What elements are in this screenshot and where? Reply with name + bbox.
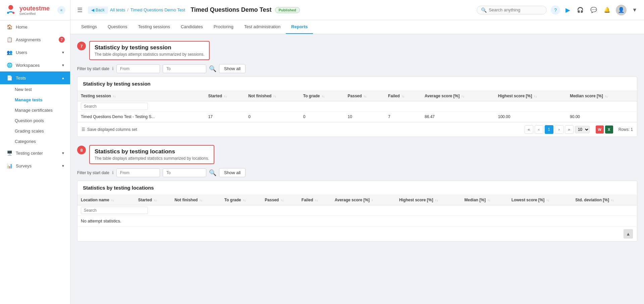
- col-lowest-score2[interactable]: Lowest score [%] ↑↓: [508, 195, 572, 205]
- rows-per-page-select[interactable]: 10 25 50: [575, 126, 590, 133]
- section2-info-icon[interactable]: ℹ: [112, 170, 114, 175]
- export-excel-button[interactable]: X: [605, 125, 613, 134]
- breadcrumb-current[interactable]: Timed Questions Demo Test: [130, 7, 185, 12]
- sidebar-item-label: Assignments: [16, 37, 59, 42]
- col-not-finished[interactable]: Not finished ↑↓: [245, 91, 300, 101]
- sidebar-item-label: Surveys: [16, 163, 61, 168]
- sidebar-subitem-grading-scales[interactable]: Grading scales: [0, 126, 70, 136]
- col-average-score2[interactable]: Average score [%] ↑: [331, 195, 396, 205]
- col-average-score[interactable]: Average score [%] ↑↓: [421, 91, 495, 101]
- search-box[interactable]: 🔍: [477, 6, 547, 14]
- col-failed[interactable]: Failed ↑↓: [385, 91, 421, 101]
- tab-questions[interactable]: Questions: [102, 20, 133, 34]
- col-failed2[interactable]: Failed ↑↓: [298, 195, 331, 205]
- page-last-button[interactable]: »: [565, 125, 574, 134]
- sidebar-item-label: Tests: [16, 75, 61, 81]
- svg-point-1: [7, 12, 9, 14]
- page-current-button[interactable]: 1: [545, 125, 553, 134]
- col-testing-session[interactable]: Testing session ↑↓: [77, 91, 205, 101]
- section1-to-input[interactable]: [163, 64, 206, 73]
- surveys-icon: 📊: [6, 163, 12, 169]
- cell-median-score: 90.00: [567, 112, 637, 122]
- user-avatar[interactable]: 👤: [616, 5, 627, 15]
- tab-test-administration[interactable]: Test administration: [239, 20, 286, 34]
- sidebar-subitem-manage-tests[interactable]: Manage tests: [0, 95, 70, 105]
- export-word-button[interactable]: W: [596, 125, 604, 134]
- col-highest-score2[interactable]: Highest score [%] ↑↓: [396, 195, 461, 205]
- headphone-button[interactable]: 🎧: [576, 5, 585, 14]
- sidebar-subitem-new-test[interactable]: New test: [0, 84, 70, 95]
- cell-testing-session: Timed Questions Demo Test - Testing S...: [77, 112, 205, 122]
- save-columns-button[interactable]: ☰ Save displayed columns set: [82, 127, 137, 132]
- col-to-grade2[interactable]: To grade ↑↓: [221, 195, 262, 205]
- manage-certs-label: Manage certificates: [15, 108, 53, 113]
- table-search-input[interactable]: [81, 103, 148, 110]
- col-not-finished2[interactable]: Not finished ↑↓: [171, 195, 221, 205]
- section1-badge: 7: [77, 42, 86, 50]
- back-label: Back: [96, 8, 105, 12]
- tab-testing-sessions[interactable]: Testing sessions: [133, 20, 175, 34]
- page-prev-button[interactable]: ‹: [535, 125, 543, 134]
- table-search-input2[interactable]: [81, 207, 148, 214]
- back-button[interactable]: ◀ Back: [88, 6, 108, 14]
- col-started[interactable]: Started ↑↓: [205, 91, 245, 101]
- app-logo-icon: [5, 4, 17, 16]
- section1-show-all-button[interactable]: Show all: [219, 64, 246, 73]
- sidebar-subitem-question-pools[interactable]: Question pools: [0, 115, 70, 126]
- section1-search-button[interactable]: 🔍: [209, 65, 216, 72]
- users-icon: 👥: [6, 49, 12, 55]
- notification-button[interactable]: 🔔: [602, 5, 612, 14]
- sort-icon: ↑↓: [281, 199, 284, 202]
- scroll-top-button[interactable]: ▲: [624, 229, 633, 239]
- col-median2[interactable]: Median [%] ↑↓: [461, 195, 508, 205]
- sidebar-subitem-categories[interactable]: Categories: [0, 136, 70, 147]
- section1-description: The table displays attempt statistics su…: [95, 52, 204, 57]
- page-content: 7 Statisticy by testing session The tabl…: [70, 34, 644, 304]
- sort-icon: ↑↓: [315, 199, 318, 202]
- section2-search-button[interactable]: 🔍: [209, 169, 216, 176]
- sidebar-item-testing-center[interactable]: 🖥️ Testing center ▼: [0, 147, 70, 159]
- page-first-button[interactable]: «: [525, 125, 533, 134]
- col-passed[interactable]: Passed ↑↓: [344, 91, 385, 101]
- section2-from-input[interactable]: [116, 168, 160, 177]
- sidebar-item-surveys[interactable]: 📊 Surveys ▼: [0, 159, 70, 172]
- section1-from-input[interactable]: [116, 64, 160, 73]
- sidebar-item-tests[interactable]: 📄 Tests ▲: [0, 71, 70, 84]
- pagination: « ‹ 1 › » 10 25 50: [525, 125, 590, 134]
- section2-show-all-button[interactable]: Show all: [219, 168, 246, 177]
- user-dropdown-button[interactable]: ▼: [631, 6, 639, 14]
- sort-icon: ↑↓: [224, 95, 227, 98]
- sort-icon: ↑↓: [322, 95, 325, 98]
- col-to-grade[interactable]: To grade ↑↓: [300, 91, 344, 101]
- tab-settings[interactable]: Settings: [76, 20, 102, 34]
- sidebar-subitem-manage-certificates[interactable]: Manage certificates: [0, 105, 70, 115]
- sidebar-item-users[interactable]: 👥 Users ▼: [0, 46, 70, 59]
- sidebar-collapse-button[interactable]: «: [57, 6, 65, 14]
- page-next-button[interactable]: ›: [555, 125, 564, 134]
- rows-info: Rows: 1: [619, 127, 633, 132]
- col-median-score[interactable]: Median score [%] ↑↓: [567, 91, 637, 101]
- section1-info-icon[interactable]: ℹ: [112, 66, 114, 71]
- col-std-deviation2[interactable]: Std. deviation [%] ↑↓: [572, 195, 637, 205]
- section1-title: Statisticy by testing session: [95, 44, 204, 51]
- search-input[interactable]: [489, 7, 542, 12]
- menu-button[interactable]: ☰: [76, 5, 84, 15]
- tab-candidates[interactable]: Candidates: [175, 20, 208, 34]
- tab-reports[interactable]: Reports: [286, 20, 313, 34]
- assignments-badge: 7: [59, 37, 65, 43]
- col-highest-score[interactable]: Highest score [%] ↑↓: [495, 91, 567, 101]
- sidebar-item-home[interactable]: 🏠 Home: [0, 20, 70, 33]
- no-data-message: No attempt statistics.: [77, 216, 637, 226]
- col-started2[interactable]: Started ↑↓: [135, 195, 171, 205]
- sort-icon: ↑↓: [487, 199, 490, 202]
- sidebar-item-workspaces[interactable]: 🌐 Workspaces ▼: [0, 59, 70, 71]
- chat-button[interactable]: 💬: [589, 5, 598, 14]
- sidebar-item-assignments[interactable]: 📋 Assignments 7: [0, 33, 70, 46]
- section2-to-input[interactable]: [163, 168, 206, 177]
- col-passed2[interactable]: Passed ↑↓: [261, 195, 298, 205]
- col-location-name[interactable]: Location name ↑↓: [77, 195, 135, 205]
- breadcrumb-all-tests[interactable]: All tests: [110, 7, 125, 12]
- help-button[interactable]: ?: [551, 5, 560, 15]
- tab-proctoring[interactable]: Proctoring: [208, 20, 239, 34]
- play-button[interactable]: ▶: [564, 5, 572, 15]
